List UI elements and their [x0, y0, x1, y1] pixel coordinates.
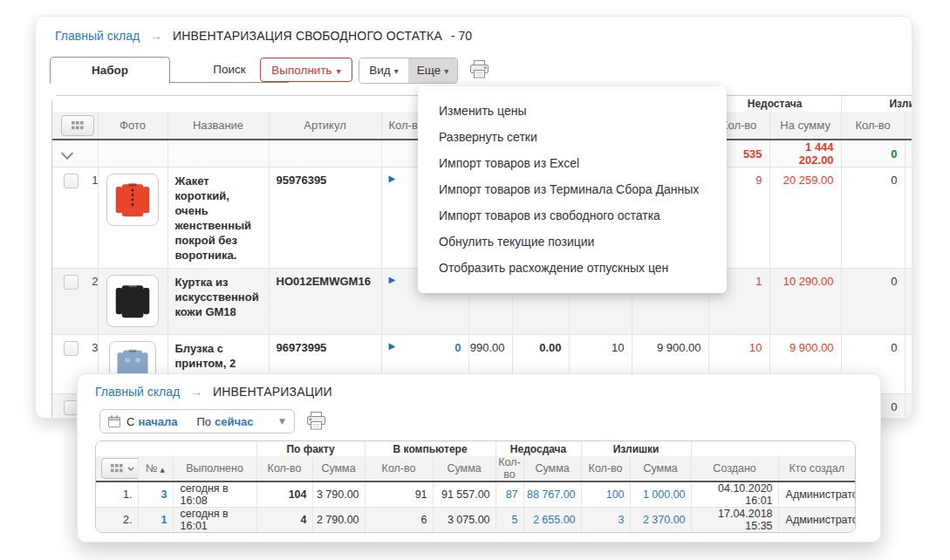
- col-computer-amount[interactable]: Сумма: [433, 456, 496, 481]
- computer-qty: 91: [365, 481, 433, 508]
- caret-down-icon: ▾: [337, 66, 341, 76]
- printer-icon: [469, 60, 489, 79]
- breadcrumb-arrow-icon: →: [190, 385, 202, 399]
- sort-asc-icon: ▲: [161, 467, 165, 474]
- inventory-items-window: Главный склад → ИНВЕНТАРИЗАЦИЯ СВОБОДНОГ…: [35, 16, 912, 419]
- shortage-amount: 10 290.00: [769, 269, 841, 335]
- breadcrumb: Главный склад → ИНВЕНТАРИЗАЦИЯ СВОБОДНОГ…: [55, 29, 472, 43]
- caret-down-icon: ▼: [279, 417, 285, 426]
- col-author[interactable]: Кто создал: [778, 456, 855, 481]
- columns-button[interactable]: [61, 115, 94, 136]
- qty-value[interactable]: 0: [454, 341, 461, 354]
- menu-item-expand-grids[interactable]: Развернуть сетки: [418, 124, 727, 150]
- execute-button[interactable]: Выполнить▾: [260, 58, 352, 82]
- menu-item-reset-positions[interactable]: Обнулить текущие позиции: [418, 229, 727, 255]
- fact-qty: 104: [256, 481, 312, 508]
- grid-icon: [72, 121, 84, 130]
- warehouse-link[interactable]: Главный склад: [95, 385, 180, 399]
- col-surplus-amount[interactable]: Сумма: [630, 456, 691, 481]
- page-title: ИНВЕНТАРИЗАЦИИ: [213, 385, 332, 399]
- surplus-amount: 1 000.00: [630, 481, 691, 508]
- product-photo: [106, 275, 159, 327]
- summary-shortage-amount: 1 444 202.00: [769, 140, 841, 167]
- row-checkbox[interactable]: [64, 341, 79, 356]
- surplus-qty: 0: [841, 269, 905, 335]
- more-dropdown-menu: Изменить цены Развернуть сетки Импорт то…: [418, 86, 727, 293]
- product-name: Куртка из искусственной кожи GM18: [167, 269, 269, 335]
- more-label: Еще: [417, 64, 441, 77]
- breadcrumb: Главный склад → ИНВЕНТАРИЗАЦИИ: [95, 385, 332, 399]
- row-index: 1.: [96, 481, 138, 508]
- period-from-label: С: [126, 415, 134, 428]
- col-shortage-qty[interactable]: Кол-во: [496, 456, 523, 481]
- execute-label: Выполнить: [271, 64, 331, 77]
- group-shortage: Недостача: [708, 96, 841, 112]
- row-number: 1.: [79, 174, 98, 187]
- expand-row-icon[interactable]: ▶: [382, 341, 396, 351]
- warehouse-link[interactable]: Главный склад: [55, 29, 140, 43]
- menu-item-show-price-discrepancy[interactable]: Отобразить расхождение отпускных цен: [418, 255, 727, 281]
- col-done[interactable]: Выполнено: [173, 456, 256, 481]
- period-filter[interactable]: С начала По сейчас ▼: [99, 409, 295, 434]
- tab-set[interactable]: Набор: [50, 57, 170, 84]
- col-num[interactable]: №▲: [138, 456, 173, 481]
- print-button[interactable]: [306, 412, 326, 434]
- product-name: Жакет короткий, очень женственный покрой…: [167, 167, 269, 269]
- product-photo: [106, 174, 159, 226]
- view-more-button-group: Вид▾ Еще▾: [359, 58, 458, 84]
- doc-number-link[interactable]: 3: [138, 481, 173, 508]
- row-checkbox[interactable]: [64, 275, 79, 290]
- shortage-amount: 2 655.00: [523, 508, 581, 533]
- group-header-row: По факту В компьютере Недосдача Излишки: [96, 441, 855, 456]
- col-created[interactable]: Создано: [691, 456, 778, 481]
- surplus-qty: 3: [581, 508, 630, 533]
- menu-item-change-prices[interactable]: Изменить цены: [418, 98, 727, 124]
- period-to-value: сейчас: [215, 415, 253, 428]
- period-from-value: начала: [138, 415, 177, 428]
- summary-surplus-qty: 0: [841, 140, 905, 167]
- menu-item-import-free-stock[interactable]: Импорт товаров из свободного остатка: [418, 202, 727, 229]
- group-surplus: Излишки: [841, 96, 912, 112]
- col-photo: Фото: [98, 112, 167, 140]
- shortage-amount: 88 767.00: [523, 481, 581, 508]
- group-fact: По факту: [256, 441, 365, 456]
- row-number: 2.: [79, 275, 98, 288]
- col-fact-qty[interactable]: Кол-во: [256, 456, 312, 481]
- calendar-icon: [108, 415, 120, 427]
- done-value: сегодня в 16:08: [173, 481, 256, 508]
- col-shortage-amount[interactable]: Сумма: [523, 456, 581, 481]
- shortage-amount: 20 259.00: [769, 167, 841, 269]
- print-button[interactable]: [469, 60, 489, 82]
- row-number: 3.: [79, 341, 98, 354]
- fact-amount: 3 790.00: [312, 481, 365, 508]
- period-to-label: По: [196, 415, 211, 428]
- collapse-chevron-icon[interactable]: [61, 147, 73, 159]
- doc-number-link[interactable]: 1: [138, 508, 173, 533]
- grid-icon: [111, 464, 123, 473]
- col-surplus-qty[interactable]: Кол-во: [581, 456, 630, 481]
- row-checkbox[interactable]: [64, 174, 79, 188]
- author-value: Администратор: [778, 481, 855, 508]
- col-sku: Артикул: [269, 112, 381, 140]
- menu-item-import-data-terminal[interactable]: Импорт товаров из Терминала Сбора Данных: [418, 176, 727, 202]
- tab-bar: Набор Поиск: [50, 57, 289, 84]
- computer-amount: 3 075.00: [433, 508, 496, 533]
- col-fact-amount[interactable]: Сумма: [312, 456, 365, 481]
- view-button[interactable]: Вид▾: [359, 58, 408, 83]
- created-value: 04.10.2020 16:01: [691, 481, 778, 508]
- computer-amount: 91 557.00: [433, 481, 496, 508]
- caret-down-icon: ▾: [444, 66, 448, 76]
- view-label: Вид: [369, 64, 390, 77]
- table-row: 1. 3 сегодня в 16:08 104 3 790.00 91 91 …: [96, 481, 855, 508]
- expand-row-icon[interactable]: ▶: [382, 174, 396, 183]
- surplus-qty: 0: [841, 167, 905, 269]
- product-sku: 95976395: [269, 167, 381, 269]
- surplus-amount: 2 370.00: [630, 508, 691, 533]
- col-computer-qty[interactable]: Кол-во: [365, 456, 433, 481]
- menu-item-import-excel[interactable]: Импорт товаров из Excel: [418, 150, 727, 176]
- columns-button[interactable]: [101, 458, 138, 479]
- document-number: - 70: [451, 29, 472, 43]
- created-value: 17.04.2018 15:35: [691, 508, 778, 533]
- expand-row-icon[interactable]: ▶: [382, 275, 396, 284]
- more-button[interactable]: Еще▾: [408, 58, 457, 83]
